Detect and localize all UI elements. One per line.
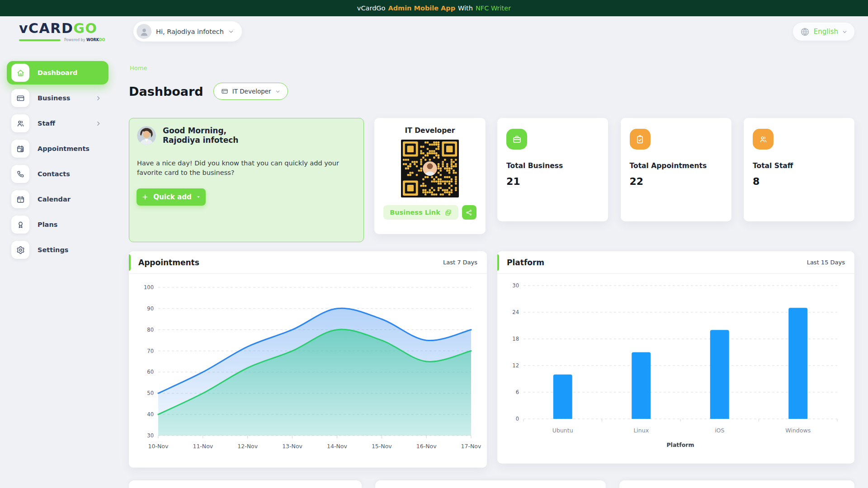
announcement-highlight: Admin Mobile App: [388, 5, 455, 12]
home-icon: [11, 64, 29, 82]
sidebar-item-dashboard[interactable]: Dashboard: [7, 61, 108, 84]
announcement-brand: vCardGo: [357, 5, 386, 12]
svg-text:10-Nov: 10-Nov: [148, 443, 169, 450]
users-icon: [753, 129, 774, 150]
globe-icon: [800, 27, 810, 37]
briefcase-icon: [506, 129, 527, 150]
plus-icon: [142, 193, 149, 201]
chevron-right-icon: [95, 121, 101, 127]
qr-code: [401, 140, 459, 197]
svg-text:Linux: Linux: [633, 427, 649, 434]
share-icon: [465, 209, 473, 216]
card-stub: [129, 480, 362, 488]
stat-label: Total Staff: [753, 162, 845, 170]
svg-text:70: 70: [147, 348, 154, 354]
sidebar-item-business[interactable]: Business: [7, 86, 108, 110]
svg-text:11-Nov: 11-Nov: [193, 443, 213, 450]
quick-add-button[interactable]: Quick add: [137, 188, 206, 206]
greeting-message: Have a nice day! Did you know that you c…: [137, 159, 355, 178]
svg-text:16-Nov: 16-Nov: [416, 443, 437, 450]
clipboard-check-icon: [630, 129, 651, 150]
card-stub: [375, 480, 606, 488]
svg-text:Windows: Windows: [785, 427, 811, 434]
chevron-down-icon: [842, 29, 847, 34]
appointments-chart-title: Appointments: [138, 258, 199, 267]
greeting-salutation: Good Morning,: [163, 126, 238, 136]
stats-row: Total Business21Total Appointments22Tota…: [497, 118, 854, 221]
announcement-nfc: NFC Writer: [476, 5, 511, 12]
stat-card-total-staff: Total Staff8: [744, 118, 854, 221]
language-label: English: [814, 28, 838, 36]
stat-value: 21: [506, 176, 599, 187]
svg-text:60: 60: [147, 369, 154, 375]
svg-text:14-Nov: 14-Nov: [327, 443, 347, 450]
stat-label: Total Business: [506, 162, 599, 170]
card-accent-bar: [497, 254, 499, 271]
copy-icon: [444, 209, 452, 216]
share-button[interactable]: [462, 205, 476, 220]
sidebar-item-settings[interactable]: Settings: [7, 238, 108, 262]
business-selector[interactable]: IT Developer: [213, 83, 288, 100]
sidebar-item-label: Dashboard: [38, 69, 77, 76]
svg-text:15-Nov: 15-Nov: [372, 443, 392, 450]
user-greeting: Hi, Rajodiya infotech: [156, 28, 224, 35]
business-link-button[interactable]: Business Link: [383, 205, 458, 220]
gear-icon: [11, 241, 29, 259]
svg-text:12: 12: [512, 362, 519, 369]
greeting-card: Good Morning, Rajodiya infotech Have a n…: [129, 118, 364, 242]
sidebar-item-calendar[interactable]: 1Calendar: [7, 188, 108, 211]
sidebar-item-label: Staff: [38, 120, 55, 127]
svg-text:30: 30: [512, 282, 519, 289]
quick-add-label: Quick add: [153, 193, 191, 201]
sidebar-item-label: Business: [38, 94, 70, 102]
card-accent-bar: [129, 254, 131, 271]
phone-icon: [11, 165, 29, 183]
business-link-label: Business Link: [390, 209, 440, 216]
svg-text:17-Nov: 17-Nov: [461, 443, 481, 450]
svg-text:iOS: iOS: [715, 427, 724, 434]
stat-value: 22: [630, 176, 722, 187]
svg-text:Ubuntu: Ubuntu: [552, 427, 573, 434]
svg-text:80: 80: [147, 327, 154, 333]
svg-text:13-Nov: 13-Nov: [282, 443, 302, 450]
vcardgo-logo[interactable]: vCARDGO Powered by WORKDO: [19, 22, 105, 42]
svg-text:40: 40: [147, 411, 154, 418]
svg-text:30: 30: [147, 432, 154, 439]
sidebar-item-label: Contacts: [38, 170, 70, 178]
sidebar-item-label: Settings: [38, 246, 68, 253]
language-selector[interactable]: English: [793, 23, 854, 41]
sidebar: DashboardBusinessStaffAppointmentsContac…: [7, 61, 108, 263]
breadcrumb[interactable]: Home: [130, 65, 147, 71]
greeting-avatar: [137, 126, 156, 145]
card-icon: [221, 88, 228, 95]
user-avatar: [137, 24, 151, 39]
card-stub: [619, 480, 854, 488]
sidebar-item-plans[interactable]: Plans: [7, 213, 108, 236]
sidebar-item-staff[interactable]: Staff: [7, 112, 108, 135]
logo-tagline: Powered by WORKDO: [19, 38, 105, 42]
svg-text:Platform: Platform: [666, 441, 694, 448]
stat-card-total-appointments: Total Appointments22: [621, 118, 731, 221]
platform-bar-chart: 0612182430UbuntuLinuxiOSWindowsPlatform: [502, 277, 850, 457]
platform-chart-title: Platform: [507, 258, 544, 267]
sidebar-item-appointments[interactable]: Appointments: [7, 137, 108, 160]
user-menu[interactable]: Hi, Rajodiya infotech: [133, 21, 242, 42]
stat-card-total-business: Total Business21: [497, 118, 608, 221]
platform-chart-card: Platform Last 15 Days 0612182430UbuntuLi…: [497, 251, 854, 464]
svg-text:90: 90: [147, 305, 154, 312]
calendar-icon: 1: [11, 190, 29, 208]
calendar-clock-icon: [11, 140, 29, 158]
appointments-chart-card: Appointments Last 7 Days 304050607080901…: [129, 251, 487, 468]
chevron-down-icon: [228, 29, 234, 34]
platform-chart-period: Last 15 Days: [807, 259, 845, 266]
logo-text: vCARDGO: [19, 22, 105, 35]
caret-down-icon: [196, 195, 201, 199]
sidebar-item-label: Calendar: [38, 196, 71, 203]
announcement-middle: With: [458, 5, 473, 12]
appointments-chart-period: Last 7 Days: [443, 259, 477, 266]
sidebar-item-contacts[interactable]: Contacts: [7, 162, 108, 186]
stat-label: Total Appointments: [630, 162, 722, 170]
page-title: Dashboard: [129, 84, 203, 99]
svg-text:24: 24: [512, 309, 519, 315]
svg-text:1: 1: [19, 199, 21, 202]
